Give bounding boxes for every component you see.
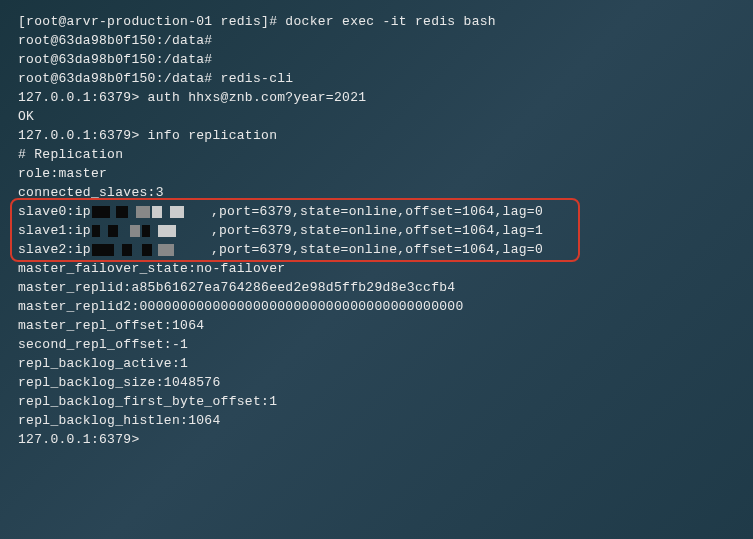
terminal-line: # Replication (18, 145, 735, 164)
slave-prefix: slave0:ip (18, 202, 91, 221)
terminal-line: 127.0.0.1:6379> (18, 430, 735, 449)
slave-info-row: slave0:ip ,port=6379,state=online,offset… (18, 202, 735, 221)
terminal-line: repl_backlog_histlen:1064 (18, 411, 735, 430)
terminal-line: OK (18, 107, 735, 126)
terminal-line: connected_slaves:3 (18, 183, 735, 202)
censored-ip (91, 244, 211, 256)
terminal-line: master_replid:a85b61627ea764286eed2e98d5… (18, 278, 735, 297)
slave-suffix: ,port=6379,state=online,offset=1064,lag=… (211, 221, 543, 240)
terminal-line: 127.0.0.1:6379> info replication (18, 126, 735, 145)
censored-ip (91, 206, 211, 218)
terminal-line: repl_backlog_size:1048576 (18, 373, 735, 392)
terminal-line: repl_backlog_first_byte_offset:1 (18, 392, 735, 411)
terminal-line: repl_backlog_active:1 (18, 354, 735, 373)
slave-suffix: ,port=6379,state=online,offset=1064,lag=… (211, 202, 543, 221)
terminal-line: root@63da98b0f150:/data# (18, 50, 735, 69)
terminal-line: 127.0.0.1:6379> auth hhxs@znb.com?year=2… (18, 88, 735, 107)
terminal-line: master_failover_state:no-failover (18, 259, 735, 278)
terminal-line: role:master (18, 164, 735, 183)
slave-info-row: slave1:ip ,port=6379,state=online,offset… (18, 221, 735, 240)
slave-suffix: ,port=6379,state=online,offset=1064,lag=… (211, 240, 543, 259)
slave-info-row: slave2:ip ,port=6379,state=online,offset… (18, 240, 735, 259)
terminal-line: [root@arvr-production-01 redis]# docker … (18, 12, 735, 31)
slave-prefix: slave1:ip (18, 221, 91, 240)
terminal-line: second_repl_offset:-1 (18, 335, 735, 354)
terminal-line: root@63da98b0f150:/data# (18, 31, 735, 50)
terminal-line: master_repl_offset:1064 (18, 316, 735, 335)
censored-ip (91, 225, 211, 237)
slave-prefix: slave2:ip (18, 240, 91, 259)
terminal-line: root@63da98b0f150:/data# redis-cli (18, 69, 735, 88)
terminal-line: master_replid2:0000000000000000000000000… (18, 297, 735, 316)
